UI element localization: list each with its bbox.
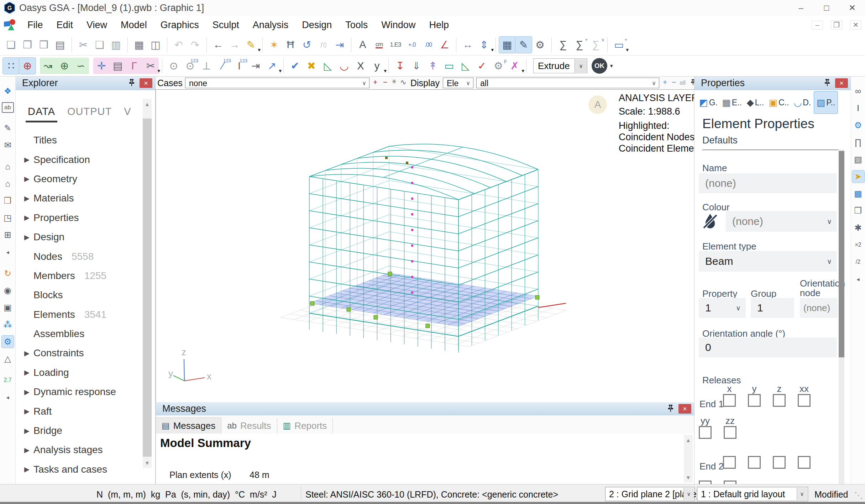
add-list-icon[interactable]: + bbox=[663, 78, 667, 86]
release-checkbox-end1-y[interactable] bbox=[748, 394, 761, 407]
shrink-h-icon[interactable]: ↔ bbox=[460, 37, 476, 53]
messages-close-icon[interactable]: ✕ bbox=[678, 404, 691, 414]
properties-close-icon[interactable]: ✕ bbox=[835, 78, 848, 88]
units-icon[interactable]: cm bbox=[371, 37, 387, 53]
move-axes-icon[interactable]: ✛ bbox=[93, 58, 110, 74]
release-checkbox-end2-zz[interactable] bbox=[724, 481, 736, 484]
highlight-pointer-icon[interactable]: ➤ bbox=[852, 170, 864, 183]
axes-icon[interactable]: ∠ bbox=[436, 37, 453, 53]
explorer-close-icon[interactable]: ✕ bbox=[140, 78, 152, 88]
minimize-button[interactable]: – bbox=[788, 0, 814, 16]
scroll-down-icon[interactable]: ▼ bbox=[143, 458, 152, 467]
tab-messages[interactable]: ▤ Messages bbox=[156, 418, 221, 434]
expand-arrow-icon[interactable]: ▶ bbox=[16, 407, 33, 415]
x-axis-icon[interactable]: X bbox=[352, 58, 369, 74]
undo-icon[interactable]: ↶ bbox=[171, 37, 187, 53]
sculpt-pencil-icon[interactable]: ✎ bbox=[2, 122, 14, 134]
supports-icon[interactable]: ⊥ bbox=[198, 58, 215, 74]
menu-tools[interactable]: Tools bbox=[339, 20, 374, 31]
tab-results[interactable]: ab Results bbox=[221, 418, 277, 434]
append-icon[interactable]: ❒ bbox=[36, 37, 52, 53]
chain-icon[interactable]: ∽ bbox=[73, 58, 89, 74]
find-icon[interactable]: Ħ bbox=[282, 37, 299, 53]
patch-load-icon[interactable]: ▭ bbox=[441, 58, 457, 74]
palette-icon[interactable]: ▩ bbox=[852, 188, 864, 200]
tab-output[interactable]: OUTPUT bbox=[67, 106, 112, 117]
diag-green-icon[interactable]: ◺ bbox=[320, 58, 336, 74]
menu-window[interactable]: Window bbox=[374, 20, 422, 31]
update-icon[interactable]: ↺ bbox=[299, 37, 315, 53]
pin-icon[interactable] bbox=[667, 405, 674, 413]
print-icon[interactable]: ▦ bbox=[131, 37, 147, 53]
sidebar-item-properties[interactable]: ▶ Properties bbox=[16, 208, 141, 227]
orientation-node-field[interactable]: (none) bbox=[800, 298, 838, 318]
polygon-icon[interactable]: △ bbox=[2, 353, 14, 365]
x2-icon[interactable]: ×2 bbox=[852, 239, 864, 251]
decimal-places-icon[interactable]: 2.7 bbox=[2, 374, 14, 386]
menu-graphics[interactable]: Graphics bbox=[154, 20, 206, 31]
extrude-dropdown[interactable]: Extrude ∨ bbox=[533, 58, 587, 73]
collapse-right-icon[interactable]: ◂ bbox=[852, 273, 864, 285]
release-checkbox-end1-z[interactable] bbox=[773, 394, 786, 407]
add-decimal-icon[interactable]: +.0 bbox=[404, 37, 420, 53]
sidebar-item-constraints[interactable]: ▶ Constraints bbox=[16, 343, 141, 363]
redo-icon[interactable]: ↷ bbox=[187, 37, 203, 53]
new-view-icon[interactable]: ❖ bbox=[2, 85, 14, 97]
sidebar-item-materials[interactable]: ▶ Materials bbox=[16, 189, 141, 208]
close-button[interactable]: ✕ bbox=[839, 0, 865, 16]
node-numbers-icon[interactable]: ⊙ 123 bbox=[182, 58, 198, 74]
expand-arrow-icon[interactable]: ▶ bbox=[16, 388, 33, 396]
flatten-icon[interactable]: ▤ bbox=[110, 58, 126, 74]
exponent-icon[interactable]: 1.E3 bbox=[387, 37, 404, 53]
table-view-icon[interactable]: ▦ bbox=[499, 37, 515, 53]
animation-icon[interactable]: ▧ bbox=[852, 153, 864, 166]
release-checkbox-end2-x[interactable] bbox=[723, 456, 736, 469]
release-checkbox-end1-yy[interactable] bbox=[699, 426, 712, 439]
home-icon[interactable]: ⌂ bbox=[2, 161, 14, 173]
load-down-icon[interactable]: ↧ bbox=[392, 58, 408, 74]
sidebar-item-geometry[interactable]: ▶ Geometry bbox=[16, 169, 141, 189]
open-icon[interactable]: ❐ bbox=[19, 37, 36, 53]
menu-analysis[interactable]: Analysis bbox=[246, 20, 295, 31]
scroll-up-icon[interactable]: ▲ bbox=[684, 436, 693, 445]
half-icon[interactable]: /2 bbox=[852, 256, 864, 268]
curve-node-icon[interactable]: ↝ bbox=[40, 58, 56, 74]
menu-help[interactable]: Help bbox=[422, 20, 456, 31]
cube-icon[interactable]: ▣ bbox=[2, 301, 14, 314]
collapse-strip2-icon[interactable]: ◂ bbox=[2, 391, 14, 403]
cut-icon[interactable]: ✂ bbox=[75, 37, 91, 53]
colour-dropdown[interactable]: (none) ∨ bbox=[726, 211, 837, 232]
sidebar-item-tasks-and-cases[interactable]: ▶ Tasks and cases bbox=[16, 460, 141, 479]
release-checkbox-end2-z[interactable] bbox=[773, 456, 786, 469]
contours-button[interactable]: ▣ C.. bbox=[767, 91, 791, 114]
wrench-icon[interactable]: ⚙ bbox=[2, 336, 14, 348]
more-options-icon[interactable]: ▾ bbox=[610, 63, 613, 69]
adjust-icon[interactable]: ⚙ bbox=[532, 37, 548, 53]
graphic-viewport[interactable]: A ANALYSIS LAYER Scale: 1:988.6 Highligh… bbox=[156, 90, 694, 402]
entities-button[interactable]: ▦ E.. bbox=[720, 91, 744, 114]
release-checkbox-end1-x[interactable] bbox=[723, 394, 736, 407]
sidebar-item-design[interactable]: ▶ Design bbox=[16, 227, 141, 247]
grid-layout-dropdown[interactable]: 1 : Default grid layout ∨ bbox=[697, 487, 808, 501]
y-axis-icon[interactable]: y ▾ bbox=[369, 58, 385, 74]
sidebar-item-dynamic-response[interactable]: ▶ Dynamic response bbox=[16, 382, 141, 401]
tab-data[interactable]: DATA bbox=[28, 106, 55, 117]
pin-icon[interactable] bbox=[128, 79, 135, 88]
copy-icon[interactable]: ❑ bbox=[91, 37, 108, 53]
sidebar-item-loading[interactable]: ▶ Loading bbox=[16, 363, 141, 382]
labels-button[interactable]: ◆ L.. bbox=[744, 91, 767, 114]
tri-load-icon[interactable]: ◺ bbox=[457, 58, 474, 74]
back-icon[interactable]: ← bbox=[210, 37, 226, 53]
menu-model[interactable]: Model bbox=[114, 20, 154, 31]
pin-icon[interactable] bbox=[824, 79, 831, 88]
home-grid-icon[interactable]: ⊞ bbox=[2, 229, 14, 241]
messages-scrollbar[interactable]: ▲ ▼ bbox=[684, 435, 693, 483]
gear-p-icon[interactable]: ⚙ p bbox=[490, 58, 507, 74]
remove-case-icon[interactable]: − bbox=[383, 78, 387, 86]
sidebar-item-analysis-stages[interactable]: ▶ Analysis stages bbox=[16, 440, 141, 460]
resize-grip-icon[interactable]: ⋱ bbox=[854, 490, 863, 500]
expand-arrow-icon[interactable]: ▶ bbox=[16, 156, 33, 164]
diagonal-icon[interactable]: ↗ ▾ bbox=[264, 58, 280, 74]
element-type-dropdown[interactable]: Beam ∨ bbox=[699, 251, 837, 272]
display-entity-dropdown[interactable]: Ele ∨ bbox=[443, 78, 473, 88]
